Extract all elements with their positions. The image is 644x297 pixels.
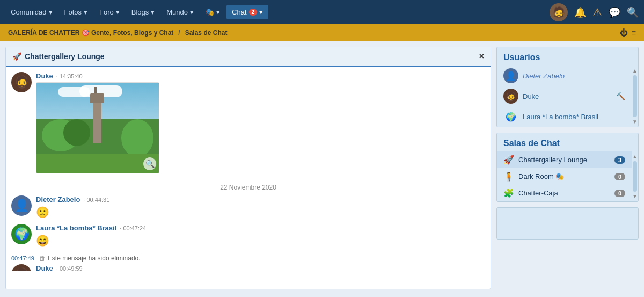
nav-special[interactable]: 🎭 ▾ <box>200 5 225 19</box>
nav-special-icon: 🎭 <box>206 8 214 16</box>
usuarios-panel: Usuarios 👤 Dieter Zabelo 🧔 Duke 🔨 🌍 Laur… <box>496 47 639 127</box>
breadcrumb-separator: / <box>178 29 180 37</box>
sala-icon: 🧩 <box>503 188 514 198</box>
chevron-down-icon: ▾ <box>216 8 220 16</box>
warning-icon[interactable]: ⚠ <box>592 6 602 19</box>
chevron-down-icon: ▾ <box>259 8 263 16</box>
sala-badge: 0 <box>614 190 625 197</box>
breadcrumb-current[interactable]: Salas de Chat <box>185 29 228 37</box>
chevron-down-icon: ▾ <box>190 8 194 16</box>
chat-panel-header: 🚀 Chattergallery Lounge × <box>6 47 491 67</box>
chevron-down-icon: ▾ <box>151 8 155 16</box>
deleted-text: Este mensaje ha sido eliminado. <box>48 255 141 262</box>
nav-mundo[interactable]: Mundo ▾ <box>161 5 199 19</box>
users-scrollbar: ▲ ▼ <box>632 66 638 127</box>
sala-row[interactable]: 🚀 Chattergallery Lounge 3 <box>497 151 632 168</box>
avatar: 🌍 <box>503 109 518 124</box>
scroll-down-icon[interactable]: ▼ <box>632 119 638 125</box>
salas-title: Salas de Chat <box>497 133 638 151</box>
message-username[interactable]: Duke <box>36 264 53 271</box>
nav-fotos[interactable]: Fotos ▾ <box>59 5 93 19</box>
rocket-icon: 🚀 <box>12 52 21 61</box>
message-emoji: 😄 <box>36 234 485 247</box>
breadcrumb-root[interactable]: GALERÍA DE CHATTER 🎯 Gente, Fotos, Blogs… <box>8 29 173 37</box>
message-content: Duke · 00:49:59 <box>36 264 485 271</box>
avatar: 🌍 <box>11 224 32 244</box>
sala-icon: 🧍 <box>503 171 514 182</box>
chat-bubble-icon[interactable]: 💬 <box>609 6 620 18</box>
messages-area: 🧔 Duke · 14:35:40 <box>6 67 491 271</box>
scroll-down-icon[interactable]: ▼ <box>632 193 638 199</box>
nav-mundo-label: Mundo <box>166 8 188 16</box>
chevron-down-icon: ▾ <box>116 8 120 16</box>
nav-comunidad[interactable]: Comunidad ▾ <box>5 5 58 19</box>
user-row[interactable]: 👤 Dieter Zabelo <box>497 66 632 86</box>
nav-menu: Comunidad ▾ Fotos ▾ Foro ▾ Blogs ▾ Mundo… <box>5 5 550 19</box>
nav-right-icons: 🧔 🔔 ⚠ 💬 🔍 <box>550 3 639 21</box>
message-header: Duke · 14:35:40 <box>36 72 485 80</box>
deleted-time: 00:47:49 <box>11 255 34 262</box>
message-time: · 00:47:24 <box>120 225 146 231</box>
breadcrumb: GALERÍA DE CHATTER 🎯 Gente, Fotos, Blogs… <box>8 29 227 37</box>
salas-panel: Salas de Chat 🚀 Chattergallery Lounge 3 … <box>496 133 639 202</box>
deleted-message-row: 00:47:49 🗑 Este mensaje ha sido eliminad… <box>11 252 485 264</box>
chat-room-name: Chattergallery Lounge <box>25 52 105 61</box>
message-username[interactable]: Laura *La bomba* Brasil <box>36 224 116 232</box>
chat-panel: 🚀 Chattergallery Lounge × 🧔 Duke · 14:35… <box>5 47 491 289</box>
breadcrumb-actions: ⏻ ≡ <box>620 28 636 37</box>
avatar: 👤 <box>11 195 32 216</box>
message-username[interactable]: Dieter Zabelo <box>36 195 80 204</box>
usuarios-title: Usuarios <box>497 47 638 66</box>
bell-icon[interactable]: 🔔 <box>574 6 586 18</box>
chat-badge: 2 <box>249 9 258 16</box>
sala-badge: 3 <box>614 156 625 164</box>
nav-foro[interactable]: Foro ▾ <box>94 5 125 19</box>
salas-container: 🚀 Chattergallery Lounge 3 🧍 Dark Room 🎭 … <box>497 151 638 201</box>
user-name: Laura *La bomba* Brasil <box>523 113 625 121</box>
users-list: 👤 Dieter Zabelo 🧔 Duke 🔨 🌍 Laura *La bom… <box>497 66 632 127</box>
user-name: Duke <box>523 92 612 100</box>
message-row: 🧔 Duke · 14:35:40 <box>11 72 485 173</box>
avatar: 👤 <box>503 68 518 83</box>
user-row[interactable]: 🌍 Laura *La bomba* Brasil <box>497 106 632 127</box>
message-header: Laura *La bomba* Brasil · 00:47:24 <box>36 224 485 232</box>
date-divider: 22 Noviembre 2020 <box>11 179 485 191</box>
power-icon[interactable]: ⏻ <box>620 28 627 37</box>
nav-chat[interactable]: Chat 2 ▾ <box>226 5 268 19</box>
message-username[interactable]: Duke <box>36 72 53 80</box>
message-time: · 00:44:31 <box>83 197 109 203</box>
sala-row[interactable]: 🧩 Chatter-Caja 0 <box>497 185 632 201</box>
empty-panel <box>496 207 639 240</box>
image-placeholder <box>36 83 159 173</box>
message-image[interactable]: 🔍 <box>36 82 159 173</box>
menu-icon[interactable]: ≡ <box>632 28 636 37</box>
user-row[interactable]: 🧔 Duke 🔨 <box>497 86 632 106</box>
message-header: Duke · 00:49:59 <box>36 264 485 271</box>
close-button[interactable]: × <box>479 52 484 61</box>
users-container: 👤 Dieter Zabelo 🧔 Duke 🔨 🌍 Laura *La bom… <box>497 66 638 127</box>
nav-comunidad-label: Comunidad <box>11 8 47 16</box>
nav-blogs[interactable]: Blogs ▾ <box>126 5 160 19</box>
zoom-icon[interactable]: 🔍 <box>143 157 156 170</box>
avatar: 🧔 <box>11 264 32 271</box>
search-icon[interactable]: 🔍 <box>627 6 639 18</box>
nav-chat-label: Chat <box>232 8 246 16</box>
trash-icon: 🗑 <box>39 255 46 262</box>
salas-scrollbar: ▲ ▼ <box>632 151 638 201</box>
chevron-down-icon: ▾ <box>49 8 53 16</box>
message-content: Duke · 14:35:40 <box>36 72 485 173</box>
hammer-icon: 🔨 <box>616 92 625 100</box>
sala-name: Chattergallery Lounge <box>518 156 610 164</box>
avatar: 🧔 <box>11 72 32 92</box>
nav-blogs-label: Blogs <box>131 8 149 16</box>
right-sidebar: Usuarios 👤 Dieter Zabelo 🧔 Duke 🔨 🌍 Laur… <box>496 47 639 289</box>
scroll-up-icon[interactable]: ▲ <box>632 154 638 160</box>
scroll-up-icon[interactable]: ▲ <box>632 68 638 74</box>
chat-panel-title: 🚀 Chattergallery Lounge <box>12 52 105 61</box>
nav-fotos-label: Fotos <box>64 8 82 16</box>
sala-row[interactable]: 🧍 Dark Room 🎭 0 <box>497 168 632 185</box>
user-avatar[interactable]: 🧔 <box>550 3 568 21</box>
sala-icon: 🚀 <box>503 155 514 165</box>
message-row: 👤 Dieter Zabelo · 00:44:31 🙁 <box>11 195 485 219</box>
chevron-down-icon: ▾ <box>84 8 87 16</box>
